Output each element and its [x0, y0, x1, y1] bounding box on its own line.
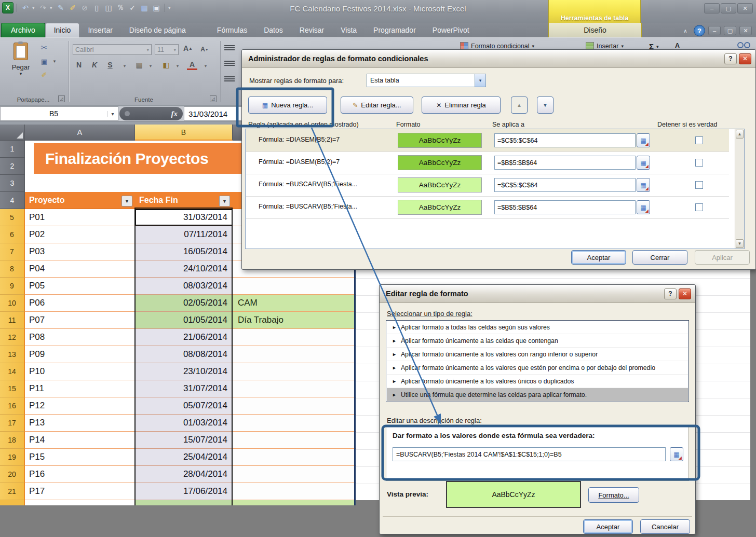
column-header-b[interactable]: B [135, 125, 233, 141]
new-rule-button[interactable]: ▦ Nueva regla... [248, 97, 327, 114]
dialog-help-icon[interactable]: ? [664, 288, 677, 299]
table-header-fecha-fin[interactable]: Fecha Fin ▼ [135, 192, 233, 209]
rule-type-item-selected[interactable]: ► Utilice una fórmula que determine las … [387, 388, 688, 402]
cut-icon[interactable]: ✂ [39, 43, 49, 52]
cell-b5-active[interactable]: 31/03/2014 [135, 209, 233, 226]
column-header-a[interactable]: A [25, 125, 135, 141]
dialog-title-bar[interactable]: Editar regla de formato ? ✕ [380, 285, 695, 303]
filter-icon[interactable]: ▼ [122, 196, 132, 206]
tab-insertar[interactable]: Insertar [79, 23, 120, 37]
minimize-button[interactable]: – [704, 3, 720, 13]
tab-vista[interactable]: Vista [332, 23, 365, 37]
underline-menu-icon[interactable]: ▾ [119, 61, 130, 71]
applies-to-input[interactable]: =$B$5:$B$64 [494, 200, 636, 214]
row-header-4[interactable]: 4 [0, 192, 25, 209]
italic-icon[interactable]: K [89, 60, 100, 70]
fill-color-menu-icon[interactable]: ▾ [172, 61, 183, 71]
apply-button[interactable]: Aplicar [695, 250, 750, 265]
align-middle-icon[interactable] [224, 61, 235, 68]
borders-menu-icon[interactable]: ▾ [145, 61, 156, 71]
insert-function-icon[interactable]: fx [171, 109, 178, 118]
format-button[interactable]: Formato... [588, 487, 639, 503]
bold-icon[interactable]: N [74, 60, 84, 70]
applies-to-input[interactable]: =$B$5:$B$64 [494, 156, 636, 170]
paste-menu-icon[interactable]: ▾ [20, 71, 22, 76]
range-selector-icon[interactable]: ▦ [637, 178, 650, 192]
delete-rule-button[interactable]: ✕ Eliminar regla [422, 97, 501, 114]
borders-icon[interactable]: ▦ [134, 60, 144, 70]
restore-button[interactable]: ▢ [721, 3, 736, 13]
stop-if-true-checkbox[interactable] [695, 181, 703, 189]
rule-type-item[interactable]: ► Aplicar formato únicamente a los valor… [387, 361, 688, 375]
applies-to-input[interactable]: =$C$5:$C$64 [494, 178, 636, 192]
range-selector-icon[interactable]: ▦ [637, 133, 650, 147]
font-color-icon[interactable]: A [187, 60, 197, 70]
rule-row-2[interactable]: Fórmula: =DIASEM(B5;2)=7 AaBbCcYyZz =$B$… [246, 152, 729, 174]
help-icon[interactable]: ? [694, 25, 705, 36]
tab-diseno-pagina[interactable]: Diseño de página [121, 23, 194, 37]
table-header-proyecto[interactable]: Proyecto ▼ [25, 192, 135, 209]
rule-type-item[interactable]: ► Aplicar formato únicamente a los valor… [387, 375, 688, 388]
clipboard-dialog-launcher-icon[interactable]: ◿ [58, 95, 65, 102]
tab-datos[interactable]: Datos [255, 23, 291, 37]
font-size-select[interactable]: 11▾ [155, 44, 179, 55]
stop-if-true-checkbox[interactable] [695, 203, 703, 211]
tab-powerpivot[interactable]: PowerPivot [424, 23, 478, 37]
close-dialog-button[interactable]: Cerrar [632, 250, 687, 265]
rule-type-item[interactable]: ► Aplicar formato a todas las celdas seg… [387, 321, 688, 334]
tab-revisar[interactable]: Revisar [291, 23, 332, 37]
row-header-2[interactable]: 2 [0, 158, 25, 175]
scroll-down-icon[interactable]: ▼ [736, 239, 744, 248]
align-top-icon[interactable] [224, 45, 235, 52]
dropdown-arrow-icon[interactable]: ▾ [475, 74, 485, 87]
range-selector-icon[interactable]: ▦ [637, 156, 650, 170]
stop-if-true-checkbox[interactable] [695, 159, 703, 167]
row-header-1[interactable]: 1 [0, 141, 25, 158]
font-name-select[interactable]: Calibri▾ [73, 44, 152, 55]
dialog-title-bar[interactable]: Administrador de reglas de formato condi… [242, 50, 755, 68]
underline-icon[interactable]: S [105, 60, 115, 70]
close-button[interactable]: ✕ [737, 3, 753, 13]
accept-button[interactable]: Aceptar [583, 519, 633, 534]
cell-a5[interactable]: P01 [25, 209, 135, 226]
paste-button[interactable]: Pegar ▾ [4, 42, 37, 91]
rule-type-item[interactable]: ► Aplicar formato únicamente a los valor… [387, 348, 688, 361]
grow-font-icon[interactable]: A▲ [183, 43, 193, 53]
copy-menu-icon[interactable]: ▾ [50, 57, 59, 66]
range-selector-icon[interactable]: ▦ [670, 447, 683, 461]
rule-row-3[interactable]: Fórmula: =BUSCARV(B5;'Fiesta... AaBbCcYy… [246, 174, 729, 197]
move-rule-down-button[interactable]: ▼ [537, 97, 554, 114]
dialog-close-icon[interactable]: ✕ [679, 288, 691, 299]
rules-list-scrollbar[interactable]: ▲ ▼ [735, 129, 744, 249]
accept-button[interactable]: Aceptar [571, 250, 626, 265]
dialog-help-icon[interactable]: ? [724, 53, 737, 64]
name-box[interactable]: B5 ▾ [0, 106, 118, 121]
rules-scope-select[interactable]: Esta tabla ▾ [367, 74, 486, 87]
fill-color-icon[interactable]: ◧ [161, 60, 171, 70]
range-selector-icon[interactable]: ▦ [637, 200, 650, 214]
cancel-button[interactable]: Cancelar [640, 519, 690, 534]
tab-inicio[interactable]: Inicio [45, 23, 80, 37]
find-select-button[interactable] [737, 42, 750, 48]
workbook-close-button[interactable]: ✕ [739, 26, 752, 35]
rule-row-4[interactable]: Fórmula: =BUSCARV(B5;'Fiesta... AaBbCcYy… [246, 196, 729, 219]
dialog-close-icon[interactable]: ✕ [739, 53, 751, 64]
move-rule-up-button[interactable]: ▲ [511, 97, 528, 114]
row-header-3[interactable]: 3 [0, 175, 25, 192]
align-bottom-icon[interactable] [224, 76, 235, 84]
tab-archivo[interactable]: Archivo [1, 23, 45, 37]
copy-icon[interactable]: ▣ [39, 57, 49, 66]
applies-to-input[interactable]: =$C$5:$C$64 [494, 133, 636, 147]
formula-input[interactable]: =BUSCARV(B5;'Fiestas 2014 CAM'!$A$1:$C$1… [393, 447, 666, 461]
filter-icon[interactable]: ▼ [219, 196, 230, 206]
collapse-ribbon-icon[interactable]: ∧ [680, 26, 691, 35]
tab-programador[interactable]: Programador [365, 23, 424, 37]
workbook-restore-button[interactable]: ▢ [724, 26, 736, 35]
scroll-up-icon[interactable]: ▲ [736, 130, 744, 139]
font-dialog-launcher-icon[interactable]: ◿ [210, 95, 217, 102]
rule-row-1[interactable]: Fórmula: =DIASEM(B5;2)=7 AaBbCcYyZz =$C$… [246, 129, 729, 152]
shrink-font-icon[interactable]: A▼ [199, 44, 210, 54]
edit-rule-button[interactable]: ✎ Editar regla... [341, 97, 413, 114]
tab-formulas[interactable]: Fórmulas [209, 23, 255, 37]
name-box-dropdown-icon[interactable]: ▾ [107, 111, 118, 117]
